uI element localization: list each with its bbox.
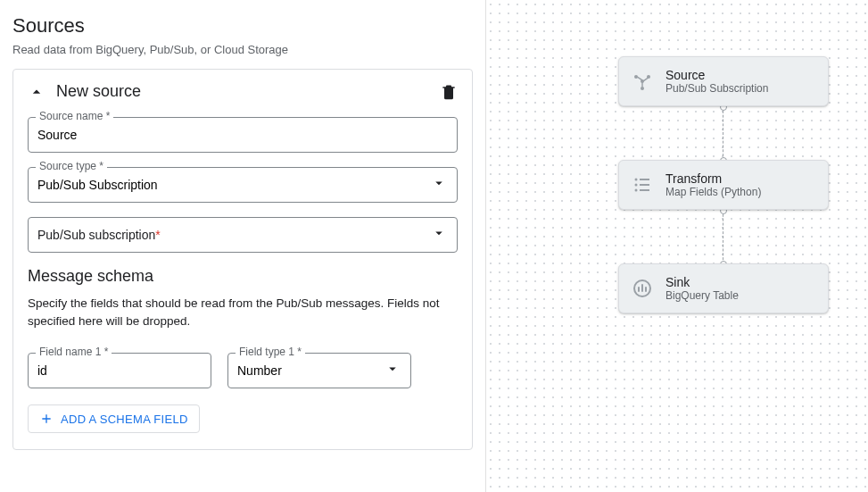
svg-point-1 — [634, 75, 638, 79]
node-subtitle: Map Fields (Python) — [665, 186, 761, 198]
source-type-field: Source type * — [28, 167, 458, 203]
card-header: New source — [28, 82, 458, 101]
node-source[interactable]: Source Pub/Sub Subscription — [618, 56, 829, 106]
list-icon — [632, 174, 653, 196]
svg-point-6 — [635, 189, 638, 192]
add-schema-field-button[interactable]: ADD A SCHEMA FIELD — [28, 404, 200, 433]
svg-rect-9 — [640, 189, 649, 191]
plus-icon — [39, 412, 54, 426]
node-transform[interactable]: Transform Map Fields (Python) — [618, 160, 829, 210]
field-name-label: Field name 1 * — [36, 346, 112, 358]
node-title: Source — [665, 68, 768, 82]
svg-point-5 — [635, 184, 638, 187]
svg-point-4 — [635, 179, 638, 181]
source-name-input[interactable] — [28, 117, 458, 153]
svg-rect-7 — [640, 179, 649, 180]
trash-icon[interactable] — [440, 83, 458, 101]
field-type-wrap: Field type 1 * — [227, 353, 411, 388]
source-card: New source Source name * Source type * P… — [12, 69, 473, 450]
source-icon — [632, 71, 653, 92]
source-type-label: Source type * — [36, 160, 107, 172]
schema-title: Message schema — [28, 267, 458, 286]
subscription-select[interactable]: Pub/Sub subscription * — [28, 217, 458, 253]
subscription-label-text: Pub/Sub subscription — [37, 228, 155, 242]
node-texts: Source Pub/Sub Subscription — [665, 68, 768, 95]
card-title: New source — [56, 82, 429, 101]
node-texts: Transform Map Fields (Python) — [665, 171, 761, 198]
svg-point-3 — [641, 87, 644, 90]
chevron-up-icon[interactable] — [28, 83, 45, 101]
section-title: Sources — [12, 14, 473, 38]
schema-description: Specify the fields that should be read f… — [28, 295, 458, 329]
connector — [723, 210, 723, 264]
node-texts: Sink BigQuery Table — [665, 275, 739, 302]
node-subtitle: Pub/Sub Subscription — [665, 82, 768, 95]
sources-panel: Sources Read data from BigQuery, Pub/Sub… — [0, 0, 485, 492]
node-sink[interactable]: Sink BigQuery Table — [618, 263, 829, 313]
node-subtitle: BigQuery Table — [665, 289, 739, 302]
subscription-field: Pub/Sub subscription * — [28, 217, 458, 253]
field-name-input[interactable] — [28, 353, 211, 388]
database-icon — [632, 278, 653, 299]
field-type-label: Field type 1 * — [236, 346, 305, 358]
node-title: Transform — [665, 171, 761, 186]
field-name-wrap: Field name 1 * — [28, 353, 211, 388]
field-type-select[interactable] — [227, 353, 411, 388]
required-mark: * — [155, 228, 160, 242]
section-subtitle: Read data from BigQuery, Pub/Sub, or Clo… — [12, 43, 473, 56]
node-title: Sink — [665, 275, 739, 289]
source-type-select[interactable] — [28, 167, 458, 203]
schema-row: Field name 1 * Field type 1 * — [28, 353, 458, 388]
add-button-label: ADD A SCHEMA FIELD — [61, 413, 188, 426]
pipeline-canvas[interactable]: Source Pub/Sub Subscription Transform Ma… — [485, 0, 868, 492]
source-name-label: Source name * — [36, 110, 113, 122]
connector — [723, 106, 723, 161]
svg-rect-8 — [640, 184, 649, 186]
source-name-field: Source name * — [28, 117, 458, 153]
